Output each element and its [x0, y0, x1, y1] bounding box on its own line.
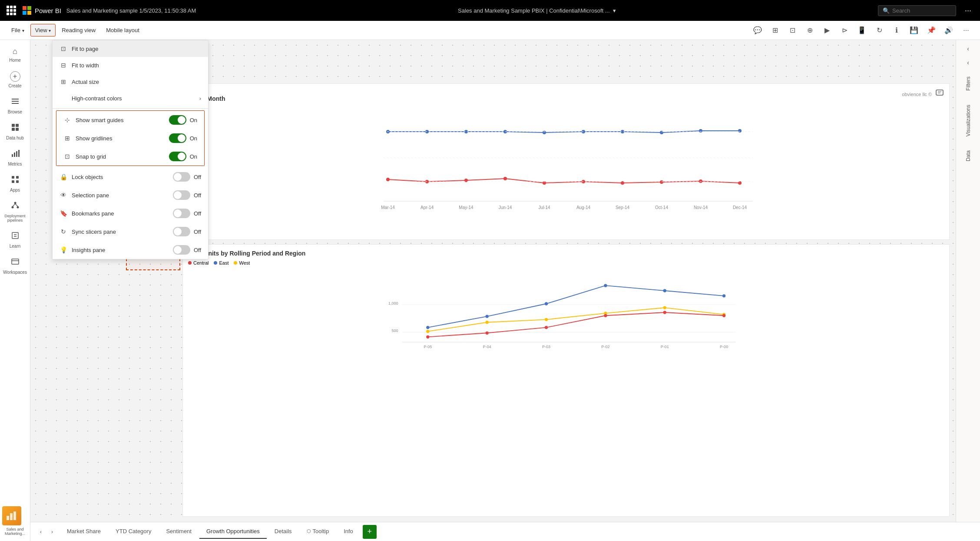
info-icon[interactable]: ℹ: [890, 23, 904, 37]
svg-rect-10: [18, 150, 20, 157]
sidebar-item-browse[interactable]: Browse: [2, 93, 29, 118]
gridlines-item[interactable]: ⊞ Show gridlines On: [56, 129, 204, 147]
bookmarks-toggle-switch[interactable]: [173, 209, 190, 218]
datahub-icon: [11, 123, 20, 134]
save-icon[interactable]: 💾: [907, 23, 921, 37]
insights-toggle[interactable]: Off: [173, 245, 201, 255]
collapse-filters-button[interactable]: ‹: [967, 45, 969, 52]
gridlines-toggle-switch[interactable]: [169, 133, 186, 143]
snap-to-grid-item[interactable]: ⊡ Snap to grid On: [56, 147, 204, 166]
fit-page-icon: ⊡: [60, 45, 67, 53]
sidebar-item-home[interactable]: ⌂ Home: [2, 43, 29, 66]
svg-text:1,000: 1,000: [388, 301, 398, 305]
format-icon[interactable]: ⊞: [768, 23, 782, 37]
data-tab[interactable]: Data: [963, 147, 974, 165]
chart-ms-by-month[interactable]: Analysis Ms by Month obvience llc ©: [182, 83, 950, 240]
smart-guides-item[interactable]: ⊹ Show smart guides On: [56, 111, 204, 129]
search-input[interactable]: [892, 7, 944, 14]
svg-rect-14: [16, 180, 19, 183]
svg-point-78: [545, 318, 548, 321]
svg-point-44: [503, 177, 507, 180]
fit-to-page-item[interactable]: ⊡ Fit to page: [53, 40, 208, 57]
sync-slicers-item[interactable]: ↻ Sync slicers pane Off: [53, 222, 208, 241]
tab-market-share[interactable]: Market Share: [60, 524, 108, 539]
lock-toggle[interactable]: Off: [173, 172, 201, 182]
add-tab-button[interactable]: +: [363, 525, 377, 539]
refresh-icon[interactable]: ↻: [872, 23, 886, 37]
topbar-logo: Power BI: [23, 6, 61, 15]
pin-icon[interactable]: 📌: [924, 23, 938, 37]
lock-objects-item[interactable]: 🔒 Lock objects Off: [53, 168, 208, 186]
tab-details[interactable]: Details: [268, 524, 299, 539]
separator-1: [53, 108, 208, 109]
more-options-icon[interactable]: ···: [961, 6, 975, 15]
fit-to-width-item[interactable]: ⊟ Fit to width: [53, 57, 208, 73]
svg-rect-7: [12, 154, 13, 157]
svg-text:P-01: P-01: [661, 345, 669, 349]
copy-icon[interactable]: ⊕: [803, 23, 817, 37]
prev-tab-button[interactable]: ‹: [36, 527, 46, 537]
chart-total-units[interactable]: Total Units by Rolling Period and Region…: [182, 244, 950, 517]
sidebar-item-workspaces[interactable]: Workspaces: [2, 254, 29, 278]
next-tab-button[interactable]: ›: [47, 527, 57, 537]
sync-toggle-switch[interactable]: [173, 227, 190, 236]
smart-guides-toggle[interactable]: On: [169, 115, 197, 125]
selection-toggle-switch[interactable]: [173, 190, 190, 200]
svg-point-38: [660, 131, 663, 134]
selection-toggle[interactable]: Off: [173, 190, 201, 200]
insights-toggle-switch[interactable]: [173, 245, 190, 255]
view-menu[interactable]: View ▾: [30, 24, 56, 37]
svg-text:P-03: P-03: [542, 345, 550, 349]
apps-grid-button[interactable]: [5, 4, 17, 17]
sidebar-item-metrics[interactable]: Metrics: [2, 146, 29, 170]
overflow-icon[interactable]: ···: [959, 23, 973, 37]
svg-text:Apr-14: Apr-14: [420, 205, 434, 210]
reading-view-menu[interactable]: Reading view: [57, 24, 100, 36]
high-contrast-item[interactable]: High-contrast colors ›: [53, 90, 208, 106]
speaker-icon[interactable]: 🔊: [942, 23, 956, 37]
phone-icon[interactable]: 📱: [855, 23, 869, 37]
more-icon[interactable]: ⊡: [785, 23, 799, 37]
sync-toggle[interactable]: Off: [173, 227, 201, 236]
smart-guides-toggle-switch[interactable]: [169, 115, 186, 125]
bookmarks-toggle[interactable]: Off: [173, 209, 201, 218]
legend-central: Central: [188, 260, 209, 266]
svg-text:500: 500: [391, 329, 398, 333]
search-box[interactable]: 🔍: [878, 5, 956, 16]
actual-size-item[interactable]: ⊞ Actual size: [53, 73, 208, 90]
snap-toggle[interactable]: On: [169, 152, 197, 161]
filters-tab[interactable]: Filters: [963, 73, 974, 94]
sidebar-item-datahub[interactable]: Data hub: [2, 119, 29, 144]
central-dot: [188, 261, 192, 265]
mobile-layout-menu[interactable]: Mobile layout: [102, 24, 144, 36]
present2-icon[interactable]: ⊳: [838, 23, 851, 37]
sidebar-thumbnail[interactable]: Sales and Marketing...: [2, 506, 28, 536]
svg-rect-20: [12, 232, 18, 239]
insights-pane-item[interactable]: 💡 Insights pane Off: [53, 241, 208, 259]
comment-icon[interactable]: 💬: [751, 23, 765, 37]
tab-info[interactable]: Info: [337, 524, 360, 539]
sidebar-item-create[interactable]: + Create: [2, 68, 29, 92]
tab-growth-opportunities[interactable]: Growth Opportunities: [199, 524, 267, 539]
toggle-knob: [174, 246, 182, 254]
tab-sentiment[interactable]: Sentiment: [159, 524, 199, 539]
sidebar-item-apps[interactable]: Apps: [2, 172, 29, 196]
collapse-viz-button[interactable]: ‹: [967, 59, 969, 66]
present-icon[interactable]: ▶: [820, 23, 834, 37]
tab-tooltip[interactable]: ⬡ Tooltip: [300, 524, 336, 539]
file-menu[interactable]: File ▾: [7, 24, 29, 36]
gridlines-toggle[interactable]: On: [169, 133, 197, 143]
visualizations-tab[interactable]: Visualizations: [963, 101, 974, 140]
comment-button[interactable]: [935, 89, 944, 99]
lock-toggle-switch[interactable]: [173, 172, 190, 182]
sidebar-item-deployment[interactable]: Deployment pipelines: [2, 198, 29, 226]
sidebar-item-learn[interactable]: Learn: [2, 228, 29, 252]
tab-ytd-category[interactable]: YTD Category: [109, 524, 158, 539]
svg-text:Dec-14: Dec-14: [733, 205, 747, 210]
guides-section: ⊹ Show smart guides On ⊞ Show gridlines: [56, 110, 205, 166]
selection-pane-item[interactable]: 👁 Selection pane Off: [53, 186, 208, 204]
svg-point-17: [17, 206, 19, 209]
toggle-knob: [174, 228, 182, 236]
bookmarks-pane-item[interactable]: 🔖 Bookmarks pane Off: [53, 204, 208, 222]
snap-toggle-switch[interactable]: [169, 152, 186, 161]
